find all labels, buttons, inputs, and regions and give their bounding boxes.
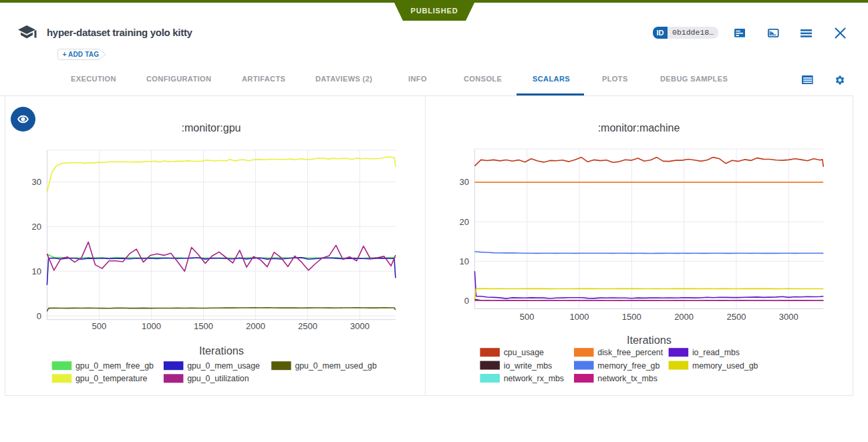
svg-text:memory_used_gb: memory_used_gb xyxy=(692,361,758,371)
svg-text:2500: 2500 xyxy=(298,321,317,331)
svg-text:gpu_0_mem_usage: gpu_0_mem_usage xyxy=(187,361,260,371)
svg-text:gpu_0_utilization: gpu_0_utilization xyxy=(187,374,249,383)
svg-text:0: 0 xyxy=(37,311,41,321)
svg-text:Iterations: Iterations xyxy=(627,334,672,346)
svg-text:1500: 1500 xyxy=(194,321,213,331)
svg-text:500: 500 xyxy=(92,321,107,331)
svg-text:io_write_mbs: io_write_mbs xyxy=(504,361,552,371)
svg-text:20: 20 xyxy=(32,222,41,232)
svg-text:network_tx_mbs: network_tx_mbs xyxy=(597,374,658,383)
svg-text:cpu_usage: cpu_usage xyxy=(504,348,544,357)
svg-text:500: 500 xyxy=(520,312,535,322)
svg-text::monitor:gpu: :monitor:gpu xyxy=(182,122,241,134)
svg-text:disk_free_percent: disk_free_percent xyxy=(597,348,663,357)
svg-text:gpu_0_mem_used_gb: gpu_0_mem_used_gb xyxy=(295,361,377,371)
svg-text:1000: 1000 xyxy=(142,321,161,331)
svg-text:3000: 3000 xyxy=(779,312,799,322)
svg-text:0: 0 xyxy=(464,296,469,306)
svg-text:10: 10 xyxy=(32,266,41,276)
svg-text:10: 10 xyxy=(460,256,469,266)
svg-text:Iterations: Iterations xyxy=(199,345,244,357)
svg-text::monitor:machine: :monitor:machine xyxy=(598,122,680,134)
svg-text:1000: 1000 xyxy=(570,312,589,322)
svg-text:gpu_0_mem_free_gb: gpu_0_mem_free_gb xyxy=(76,361,154,371)
svg-text:1500: 1500 xyxy=(622,312,641,322)
svg-text:30: 30 xyxy=(32,177,41,187)
svg-text:gpu_0_temperature: gpu_0_temperature xyxy=(76,374,147,383)
svg-text:2000: 2000 xyxy=(674,312,694,322)
svg-text:30: 30 xyxy=(460,177,469,187)
svg-text:3000: 3000 xyxy=(350,321,370,331)
svg-text:io_read_mbs: io_read_mbs xyxy=(692,348,740,357)
svg-text:memory_free_gb: memory_free_gb xyxy=(597,361,660,371)
svg-text:2500: 2500 xyxy=(726,312,746,322)
svg-text:2000: 2000 xyxy=(246,321,265,331)
svg-text:network_rx_mbs: network_rx_mbs xyxy=(504,374,564,383)
svg-text:20: 20 xyxy=(460,217,469,227)
